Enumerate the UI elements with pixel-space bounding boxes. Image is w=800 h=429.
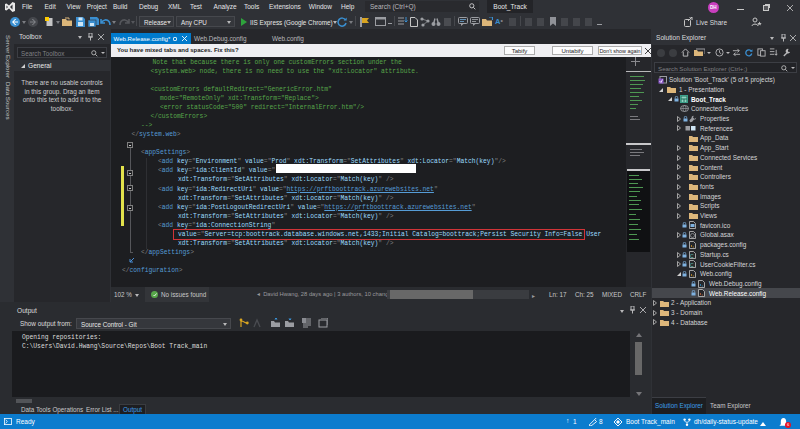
svg-text:C: C (690, 252, 694, 258)
svg-text:C: C (690, 262, 694, 268)
